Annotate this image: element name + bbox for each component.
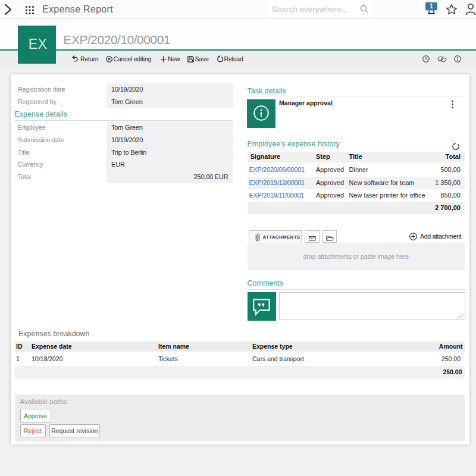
svg-text:1: 1 bbox=[430, 3, 433, 10]
